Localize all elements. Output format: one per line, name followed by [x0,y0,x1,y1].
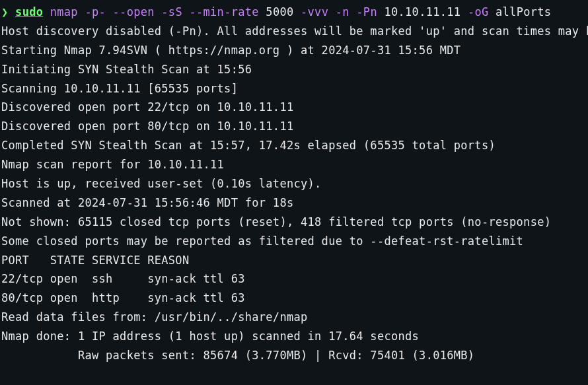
output-line: 80/tcp open http syn-ack ttl 63 [1,289,588,308]
prompt-line[interactable]: ❯ sudo nmap -p- --open -sS --min-rate 50… [1,3,588,22]
cmd-segment-0: nmap -p- --open -sS --min-rate [43,5,266,18]
cmd-segment-3: 10.10.11.11 [384,5,460,18]
output-line: Scanned at 2024-07-31 15:56:46 MDT for 1… [1,193,588,213]
output-line: Read data files from: /usr/bin/../share/… [1,308,588,327]
output-line: Nmap scan report for 10.10.11.11 [1,155,588,174]
output-line: PORT STATE SERVICE REASON [1,251,588,270]
output-line: Not shown: 65115 closed tcp ports (reset… [1,213,588,232]
output-line: Host is up, received user-set (0.10s lat… [1,174,588,193]
output-line: Scanning 10.10.11.11 [65535 ports] [1,79,588,98]
prompt-space [9,5,16,18]
output-line: Nmap done: 1 IP address (1 host up) scan… [1,327,588,346]
cmd-segment-4: -oG [460,5,496,18]
output-line: Raw packets sent: 85674 (3.770MB) | Rcvd… [1,346,588,365]
cmd-segment-2: -vvv -n -Pn [294,5,385,18]
cmd-segment-5: allPorts [496,5,551,18]
output-line: Discovered open port 22/tcp on 10.10.11.… [1,98,588,117]
output-line: Some closed ports may be reported as fil… [1,232,588,251]
output-line: 22/tcp open ssh syn-ack ttl 63 [1,269,588,289]
output-line: Completed SYN Stealth Scan at 15:57, 17.… [1,136,588,155]
prompt-symbol: ❯ [1,5,9,18]
output-line: Starting Nmap 7.94SVN ( https://nmap.org… [1,41,588,60]
output-line: Initiating SYN Stealth Scan at 15:56 [1,60,588,79]
output-line: Host discovery disabled (-Pn). All addre… [1,22,588,41]
output-line: Discovered open port 80/tcp on 10.10.11.… [1,117,588,136]
cmd-segment-1: 5000 [266,5,293,18]
sudo-command: sudo [15,5,43,18]
